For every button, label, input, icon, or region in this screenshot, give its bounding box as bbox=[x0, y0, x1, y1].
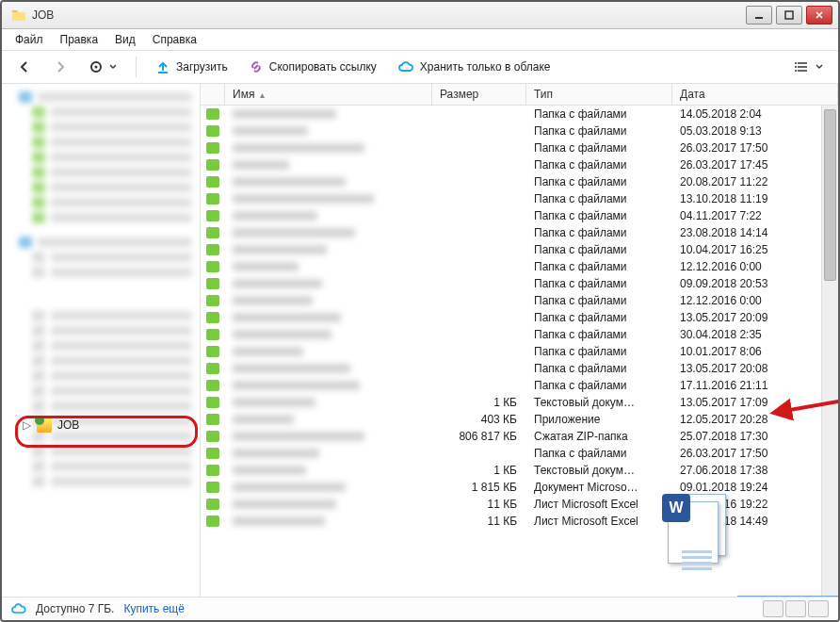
file-row[interactable]: Папка с файлами09.09.2018 20:53 bbox=[201, 275, 838, 292]
file-row[interactable]: Папка с файлами04.11.2017 7:22 bbox=[201, 207, 838, 224]
file-row[interactable]: Папка с файлами30.04.2018 2:35 bbox=[201, 326, 838, 343]
file-date: 30.04.2018 2:35 bbox=[672, 328, 838, 341]
file-name-redacted bbox=[233, 516, 325, 526]
sync-status-icon bbox=[206, 346, 219, 357]
nav-forward-button[interactable] bbox=[45, 57, 75, 77]
svg-rect-1 bbox=[785, 11, 793, 19]
file-list[interactable]: Папка с файлами14.05.2018 2:04Папка с фа… bbox=[201, 106, 838, 597]
vertical-scrollbar[interactable] bbox=[821, 106, 838, 597]
column-header-icon[interactable] bbox=[201, 84, 225, 105]
sync-status-icon bbox=[206, 448, 219, 459]
file-date: 05.03.2018 9:13 bbox=[672, 124, 838, 138]
file-row[interactable]: Папка с файлами05.03.2018 9:13 bbox=[201, 123, 838, 139]
sidebar-tree[interactable]: ▷ JOB bbox=[2, 84, 201, 597]
column-header-type[interactable]: Тип bbox=[526, 84, 672, 105]
menu-help[interactable]: Справка bbox=[145, 31, 204, 48]
file-name-redacted bbox=[233, 432, 364, 441]
maximize-button[interactable] bbox=[776, 6, 802, 25]
svg-rect-0 bbox=[755, 17, 763, 19]
svg-point-5 bbox=[795, 62, 797, 64]
file-date: 23.08.2018 14:14 bbox=[672, 226, 838, 239]
view-list-button[interactable] bbox=[785, 600, 806, 617]
file-type: Папка с файлами bbox=[526, 362, 672, 375]
sync-status-icon bbox=[206, 380, 219, 391]
file-row[interactable]: Папка с файлами13.05.2017 20:09 bbox=[201, 309, 838, 326]
file-date: 13.05.2017 17:09 bbox=[672, 396, 838, 409]
file-row[interactable]: Папка с файлами17.11.2016 21:11 bbox=[201, 377, 838, 394]
file-type: Папка с файлами bbox=[526, 243, 672, 256]
cloud-icon bbox=[397, 59, 414, 74]
file-type: Папка с файлами bbox=[526, 124, 672, 138]
file-type: Папка с файлами bbox=[526, 447, 672, 460]
file-type: Папка с файлами bbox=[526, 209, 672, 222]
close-button[interactable] bbox=[806, 6, 832, 25]
sync-status-icon bbox=[206, 210, 219, 221]
titlebar: JOB bbox=[2, 2, 838, 29]
sync-status-icon bbox=[206, 312, 219, 323]
file-type: Папка с файлами bbox=[526, 141, 672, 155]
file-type: Папка с файлами bbox=[526, 294, 672, 307]
file-row[interactable]: Папка с файлами14.05.2018 2:04 bbox=[201, 106, 838, 123]
file-name-redacted bbox=[233, 177, 346, 187]
column-header-size[interactable]: Размер bbox=[432, 84, 526, 105]
file-name-redacted bbox=[233, 466, 306, 475]
expand-arrow-icon[interactable]: ▷ bbox=[23, 418, 31, 432]
status-available: Доступно 7 ГБ. bbox=[36, 602, 114, 615]
file-row[interactable]: Папка с файлами10.04.2017 16:25 bbox=[201, 241, 838, 258]
file-row[interactable]: 1 815 КБДокумент Microso…09.01.2018 19:2… bbox=[201, 479, 838, 496]
file-row[interactable]: 1 КБТекстовый докум…13.05.2017 17:09 bbox=[201, 394, 838, 411]
buy-more-link[interactable]: Купить ещё bbox=[123, 602, 185, 615]
copy-link-button[interactable]: Скопировать ссылку bbox=[241, 57, 384, 77]
file-row[interactable]: Папка с файлами26.03.2017 17:45 bbox=[201, 156, 838, 173]
file-row[interactable]: Папка с файлами12.12.2016 0:00 bbox=[201, 292, 838, 309]
file-type: Приложение bbox=[526, 413, 672, 426]
file-type: Папка с файлами bbox=[526, 107, 672, 121]
view-mode-buttons bbox=[763, 600, 829, 617]
view-details-button[interactable] bbox=[763, 600, 783, 617]
file-row[interactable]: Папка с файлами10.01.2017 8:06 bbox=[201, 343, 838, 360]
minimize-button[interactable] bbox=[746, 6, 772, 25]
menu-edit[interactable]: Правка bbox=[53, 31, 106, 48]
column-header-date[interactable]: Дата bbox=[672, 84, 838, 105]
file-row[interactable]: 11 КБЛист Microsoft Excel16.11.2016 19:2… bbox=[201, 496, 838, 513]
settings-button[interactable] bbox=[81, 57, 124, 77]
view-options-button[interactable] bbox=[787, 57, 831, 77]
file-row[interactable]: Папка с файлами26.03.2017 17:50 bbox=[201, 139, 838, 156]
file-type: Лист Microsoft Excel bbox=[526, 515, 672, 528]
file-row[interactable]: 11 КБЛист Microsoft Excel17.05.2018 14:4… bbox=[201, 513, 838, 530]
file-date: 20.08.2017 11:22 bbox=[672, 175, 838, 188]
folder-icon bbox=[11, 8, 26, 23]
sync-status-icon bbox=[206, 482, 219, 493]
upload-button[interactable]: Загрузить bbox=[148, 57, 235, 77]
svg-rect-4 bbox=[158, 72, 168, 74]
file-type: Документ Microso… bbox=[526, 481, 672, 494]
column-header-name[interactable]: Имя ▴ bbox=[225, 84, 432, 105]
separator bbox=[136, 57, 137, 77]
scrollbar-thumb[interactable] bbox=[824, 109, 836, 281]
file-row[interactable]: Папка с файлами26.03.2017 17:50 bbox=[201, 445, 838, 462]
menu-file[interactable]: Файл bbox=[8, 31, 51, 48]
file-row[interactable]: Папка с файлами12.12.2016 0:00 bbox=[201, 258, 838, 275]
nav-back-button[interactable] bbox=[9, 57, 40, 77]
file-date: 16.11.2016 19:22 bbox=[672, 498, 838, 511]
file-row[interactable]: Папка с файлами20.08.2017 11:22 bbox=[201, 173, 838, 190]
column-headers: Имя ▴ Размер Тип Дата bbox=[201, 84, 838, 106]
file-row[interactable]: Папка с файлами13.05.2017 20:08 bbox=[201, 360, 838, 377]
file-date: 13.10.2018 11:19 bbox=[672, 192, 838, 205]
chevron-down-icon bbox=[109, 63, 117, 71]
file-row[interactable]: Папка с файлами23.08.2018 14:14 bbox=[201, 224, 838, 241]
file-row[interactable]: 403 КБПриложение12.05.2017 20:28 bbox=[201, 411, 838, 428]
file-row[interactable]: 1 КБТекстовый докум…27.06.2018 17:38 bbox=[201, 462, 838, 479]
file-row[interactable]: 806 817 КБСжатая ZIP-папка25.07.2018 17:… bbox=[201, 428, 838, 445]
sync-status-icon bbox=[206, 159, 219, 171]
view-icons-button[interactable] bbox=[808, 600, 829, 617]
file-name-redacted bbox=[233, 228, 355, 237]
file-row[interactable]: Папка с файлами13.10.2018 11:19 bbox=[201, 190, 838, 207]
menu-view[interactable]: Вид bbox=[107, 31, 143, 48]
file-name-redacted bbox=[233, 347, 303, 356]
cloud-only-button[interactable]: Хранить только в облаке bbox=[390, 57, 558, 77]
file-size: 806 817 КБ bbox=[432, 430, 526, 443]
sidebar-item-job[interactable]: ▷ JOB bbox=[23, 417, 79, 433]
file-list-pane: Имя ▴ Размер Тип Дата Папка с файлами14.… bbox=[201, 84, 838, 597]
sync-status-icon bbox=[206, 516, 219, 527]
